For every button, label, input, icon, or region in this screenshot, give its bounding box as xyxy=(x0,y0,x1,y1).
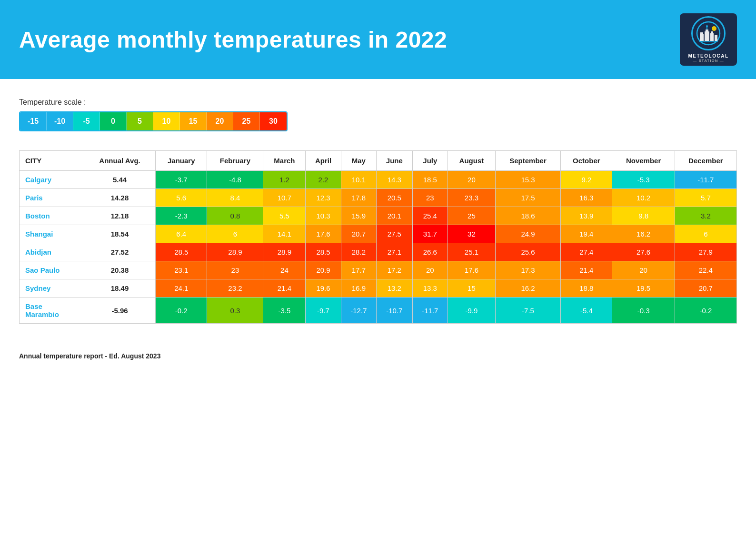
avg-cell: 12.18 xyxy=(84,207,155,225)
logo: METEOLOCAL — STATION — xyxy=(680,13,737,66)
month-cell: 24.9 xyxy=(495,225,560,243)
month-cell: 15.3 xyxy=(495,171,560,189)
month-cell: 25.4 xyxy=(412,207,448,225)
month-cell: 19.5 xyxy=(612,279,675,297)
column-header: January xyxy=(156,151,207,171)
month-cell: 6 xyxy=(207,225,263,243)
month-cell: 10.2 xyxy=(612,189,675,207)
table-row: Boston12.18-2.30.85.510.315.920.125.4251… xyxy=(20,207,737,225)
month-cell: 28.5 xyxy=(306,243,341,261)
month-cell: -9.7 xyxy=(306,297,341,324)
month-cell: 23.1 xyxy=(156,261,207,279)
svg-point-9 xyxy=(706,25,708,27)
month-cell: 28.2 xyxy=(341,243,376,261)
month-cell: 28.5 xyxy=(156,243,207,261)
month-cell: 20.1 xyxy=(377,207,413,225)
month-cell: 10.1 xyxy=(341,171,376,189)
month-cell: -11.7 xyxy=(675,171,736,189)
scale-cell: -10 xyxy=(47,112,73,130)
avg-cell: 20.38 xyxy=(84,261,155,279)
month-cell: 32 xyxy=(448,225,496,243)
column-header: November xyxy=(612,151,675,171)
month-cell: 19.6 xyxy=(306,279,341,297)
month-cell: 22.4 xyxy=(675,261,736,279)
month-cell: 13.2 xyxy=(377,279,413,297)
scale-cell: 15 xyxy=(180,112,207,130)
city-cell: Abidjan xyxy=(20,243,84,261)
month-cell: 9.8 xyxy=(612,207,675,225)
scale-cell: -15 xyxy=(20,112,47,130)
month-cell: 20 xyxy=(612,261,675,279)
month-cell: 18.8 xyxy=(561,279,612,297)
svg-rect-1 xyxy=(700,34,704,41)
city-cell: Boston xyxy=(20,207,84,225)
month-cell: -2.3 xyxy=(156,207,207,225)
month-cell: 25.1 xyxy=(448,243,496,261)
month-cell: 25.6 xyxy=(495,243,560,261)
month-cell: 3.2 xyxy=(675,207,736,225)
table-row: Abidjan27.5228.528.928.928.528.227.126.6… xyxy=(20,243,737,261)
month-cell: -10.7 xyxy=(377,297,413,324)
scale-cell: -5 xyxy=(73,112,100,130)
table-row: Calgary5.44-3.7-4.81.22.210.114.318.5201… xyxy=(20,171,737,189)
svg-rect-4 xyxy=(706,30,708,31)
avg-cell: 14.28 xyxy=(84,189,155,207)
month-cell: 8.4 xyxy=(207,189,263,207)
svg-rect-7 xyxy=(715,35,717,41)
month-cell: -5.3 xyxy=(612,171,675,189)
month-cell: 23.3 xyxy=(448,189,496,207)
scale-cell: 25 xyxy=(233,112,260,130)
month-cell: -12.7 xyxy=(341,297,376,324)
month-cell: 27.5 xyxy=(377,225,413,243)
month-cell: 17.6 xyxy=(306,225,341,243)
logo-name: METEOLOCAL xyxy=(688,53,729,59)
month-cell: 27.6 xyxy=(612,243,675,261)
month-cell: 28.9 xyxy=(263,243,306,261)
column-header: August xyxy=(448,151,496,171)
column-header: December xyxy=(675,151,736,171)
svg-rect-5 xyxy=(710,33,714,41)
avg-cell: 18.54 xyxy=(84,225,155,243)
table-row: Shangai18.546.4614.117.620.727.531.73224… xyxy=(20,225,737,243)
scale-cell: 0 xyxy=(100,112,127,130)
month-cell: 24.1 xyxy=(156,279,207,297)
scale-cell: 10 xyxy=(153,112,180,130)
table-row: Sao Paulo20.3823.1232420.917.717.22017.6… xyxy=(20,261,737,279)
month-cell: -0.2 xyxy=(675,297,736,324)
month-cell: 27.4 xyxy=(561,243,612,261)
header: Average monthly temperatures in 2022 xyxy=(0,0,756,79)
logo-sub: — STATION — xyxy=(693,59,724,63)
month-cell: 20.7 xyxy=(341,225,376,243)
month-cell: 13.9 xyxy=(561,207,612,225)
month-cell: 23 xyxy=(412,189,448,207)
month-cell: -7.5 xyxy=(495,297,560,324)
city-cell: Sydney xyxy=(20,279,84,297)
column-header: March xyxy=(263,151,306,171)
month-cell: 18.6 xyxy=(495,207,560,225)
column-header: CITY xyxy=(20,151,84,171)
column-header: April xyxy=(306,151,341,171)
month-cell: 23 xyxy=(207,261,263,279)
month-cell: 10.7 xyxy=(263,189,306,207)
city-cell: Shangai xyxy=(20,225,84,243)
month-cell: 16.9 xyxy=(341,279,376,297)
city-cell: BaseMarambio xyxy=(20,297,84,324)
month-cell: 26.6 xyxy=(412,243,448,261)
svg-rect-3 xyxy=(705,31,709,41)
column-header: Annual Avg. xyxy=(84,151,155,171)
svg-rect-11 xyxy=(699,41,718,42)
month-cell: 16.3 xyxy=(561,189,612,207)
month-cell: 20.5 xyxy=(377,189,413,207)
month-cell: 13.3 xyxy=(412,279,448,297)
scale-section: Temperature scale : -15-10-5051015202530 xyxy=(19,98,737,131)
table-row: Paris14.285.68.410.712.317.820.52323.317… xyxy=(20,189,737,207)
month-cell: 16.2 xyxy=(612,225,675,243)
month-cell: 20 xyxy=(412,261,448,279)
footer-text: Annual temperature report - Ed. August 2… xyxy=(19,352,737,360)
month-cell: 25 xyxy=(448,207,496,225)
month-cell: 17.2 xyxy=(377,261,413,279)
month-cell: 24 xyxy=(263,261,306,279)
page-title: Average monthly temperatures in 2022 xyxy=(19,27,447,53)
month-cell: -0.2 xyxy=(156,297,207,324)
month-cell: 31.7 xyxy=(412,225,448,243)
